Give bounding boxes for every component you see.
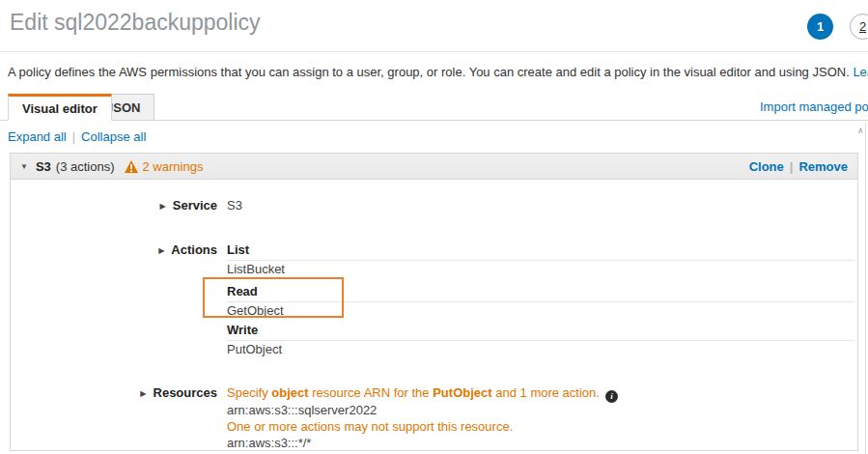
resources-label: Resources — [154, 385, 217, 400]
statement-actions-count: (3 actions) — [56, 159, 115, 174]
warnings-count-label: 2 warnings — [143, 159, 204, 174]
collapse-all-link[interactable]: Collapse all — [81, 129, 146, 144]
title-divider — [0, 51, 868, 52]
resources-warning-2: One or more actions may not support this… — [227, 419, 513, 434]
learn-more-link[interactable]: Learn more — [853, 65, 868, 79]
service-row-label[interactable]: ▶Service — [11, 198, 217, 213]
warning-text: resource ARN for the — [312, 385, 429, 400]
wizard-step-2[interactable]: 2 — [850, 14, 868, 40]
page-title: Edit sql2022backuppolicy — [10, 10, 261, 36]
statement-service-name: S3 — [36, 159, 51, 174]
wizard-step-2-label: 2 — [859, 19, 866, 34]
action-item-putobject: PutObject — [227, 342, 282, 356]
expand-caret-icon[interactable]: ▶ — [158, 246, 164, 255]
actions-label: Actions — [171, 242, 217, 257]
warning-triangle-icon — [125, 160, 138, 173]
statement-header[interactable]: ▼ S3 (3 actions) 2 warnings Clone|Remove — [11, 154, 857, 180]
action-item-listbucket: ListBucket — [227, 262, 285, 276]
toolbar-separator: | — [72, 129, 75, 144]
warning-text-bold: PutObject — [433, 385, 491, 400]
policy-description: A policy defines the AWS permissions tha… — [8, 65, 857, 79]
collapse-caret-icon[interactable]: ▼ — [20, 162, 28, 171]
import-managed-policy-link[interactable]: Import managed policy — [760, 99, 868, 114]
warning-text-bold: object — [271, 385, 308, 400]
policy-description-text: A policy defines the AWS permissions tha… — [8, 65, 850, 79]
tabbar-divider — [0, 120, 868, 121]
action-group-write: Write — [227, 323, 854, 341]
info-icon[interactable]: i — [605, 390, 618, 403]
annotation-highlight-box — [203, 277, 344, 318]
expand-all-link[interactable]: Expand all — [8, 129, 67, 144]
expand-caret-icon[interactable]: ▶ — [140, 389, 146, 398]
policy-statement-panel: ▼ S3 (3 actions) 2 warnings Clone|Remove… — [10, 153, 858, 451]
action-group-list: List — [227, 242, 854, 261]
expand-collapse-toolbar: Expand all|Collapse all — [8, 129, 146, 144]
scroll-up-icon[interactable]: ∧ — [857, 126, 864, 135]
resources-warning-line: Specify object resource ARN for the PutO… — [227, 385, 618, 403]
remove-button[interactable]: Remove — [798, 159, 848, 174]
resource-arn-1: arn:aws:s3:::sqlserver2022 — [227, 403, 377, 417]
service-label: Service — [173, 198, 217, 213]
expand-caret-icon[interactable]: ▶ — [160, 202, 166, 211]
clone-button[interactable]: Clone — [749, 159, 784, 174]
wizard-step-1: 1 — [807, 14, 833, 40]
actions-row-label[interactable]: ▶Actions — [11, 242, 217, 257]
warning-text: and 1 more action. — [495, 385, 600, 400]
tab-visual-editor[interactable]: Visual editor — [8, 94, 112, 121]
warning-text: Specify — [227, 385, 268, 400]
resources-row-label[interactable]: ▶Resources — [11, 385, 217, 400]
service-value: S3 — [227, 198, 242, 213]
scrollbar-track[interactable] — [865, 123, 866, 454]
header-separator: | — [790, 159, 794, 174]
resource-arn-2: arn:aws:s3:::*/* — [227, 436, 311, 450]
